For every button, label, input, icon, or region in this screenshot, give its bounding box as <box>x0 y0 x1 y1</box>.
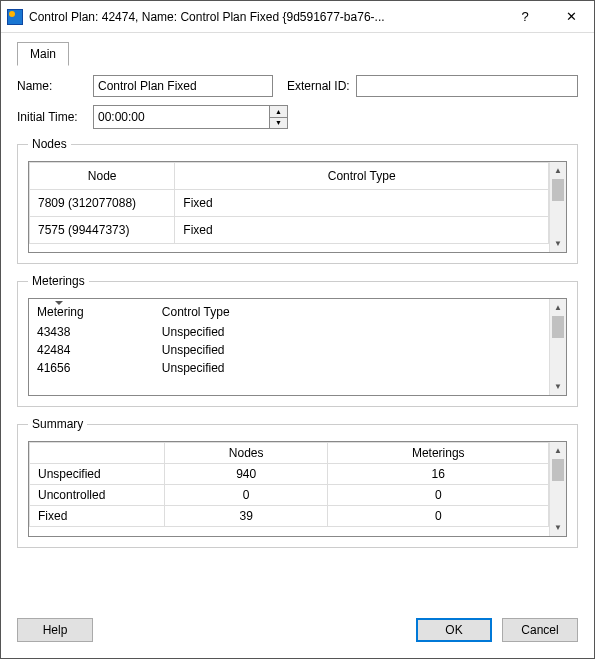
summary-nodes-cell: 39 <box>164 506 328 527</box>
summary-table[interactable]: Nodes Meterings Unspecified 940 16 Uncon… <box>29 442 549 527</box>
initial-time-value[interactable] <box>94 106 269 128</box>
table-row[interactable]: 41656 Unspecified <box>29 359 549 377</box>
metering-type-cell: Unspecified <box>154 323 549 341</box>
metering-id-cell: 43438 <box>29 323 154 341</box>
ok-button[interactable]: OK <box>416 618 492 642</box>
nodes-scrollbar[interactable]: ▲ ▼ <box>549 162 566 252</box>
summary-col-nodes[interactable]: Nodes <box>164 443 328 464</box>
help-button[interactable]: ? <box>502 1 548 33</box>
meterings-col-metering[interactable]: Metering <box>29 303 154 323</box>
table-row[interactable]: 7575 (99447373) Fixed <box>30 217 549 244</box>
summary-nodes-cell: 0 <box>164 485 328 506</box>
scroll-thumb[interactable] <box>552 316 564 338</box>
summary-nodes-cell: 940 <box>164 464 328 485</box>
table-row[interactable]: 42484 Unspecified <box>29 341 549 359</box>
time-spinner[interactable]: ▲ ▼ <box>269 106 287 128</box>
meterings-scrollbar[interactable]: ▲ ▼ <box>549 299 566 395</box>
cancel-button[interactable]: Cancel <box>502 618 578 642</box>
summary-legend: Summary <box>28 417 87 431</box>
metering-type-cell: Unspecified <box>154 341 549 359</box>
scroll-down-icon[interactable]: ▼ <box>550 519 566 536</box>
node-id-cell: 7575 (99447373) <box>30 217 175 244</box>
initial-time-input[interactable]: ▲ ▼ <box>93 105 288 129</box>
scroll-thumb[interactable] <box>552 179 564 201</box>
tab-main[interactable]: Main <box>17 42 69 66</box>
summary-label-cell: Fixed <box>30 506 165 527</box>
meterings-col-type[interactable]: Control Type <box>154 303 549 323</box>
scroll-thumb[interactable] <box>552 459 564 481</box>
table-row[interactable]: 43438 Unspecified <box>29 323 549 341</box>
scroll-down-icon[interactable]: ▼ <box>550 378 566 395</box>
spinner-down-icon[interactable]: ▼ <box>270 118 287 129</box>
summary-label-cell: Uncontrolled <box>30 485 165 506</box>
scroll-up-icon[interactable]: ▲ <box>550 442 566 459</box>
node-type-cell: Fixed <box>175 217 549 244</box>
name-label: Name: <box>17 79 87 93</box>
footer: Help OK Cancel <box>1 604 594 658</box>
close-button[interactable]: ✕ <box>548 1 594 33</box>
nodes-table[interactable]: Node Control Type 7809 (312077088) Fixed… <box>29 162 549 244</box>
name-input[interactable] <box>93 75 273 97</box>
table-header-row: Metering Control Type <box>29 303 549 323</box>
table-row[interactable]: Unspecified 940 16 <box>30 464 549 485</box>
table-header-row: Node Control Type <box>30 163 549 190</box>
table-row[interactable]: Uncontrolled 0 0 <box>30 485 549 506</box>
nodes-legend: Nodes <box>28 137 71 151</box>
table-row[interactable]: 7809 (312077088) Fixed <box>30 190 549 217</box>
initial-time-label: Initial Time: <box>17 110 87 124</box>
window-title: Control Plan: 42474, Name: Control Plan … <box>29 10 502 24</box>
table-row[interactable]: Fixed 39 0 <box>30 506 549 527</box>
scroll-down-icon[interactable]: ▼ <box>550 235 566 252</box>
scroll-up-icon[interactable]: ▲ <box>550 162 566 179</box>
meterings-table[interactable]: Metering Control Type 43438 Unspecified … <box>29 303 549 377</box>
meterings-group: Meterings Metering Control Type 43438 Un… <box>17 274 578 407</box>
spinner-up-icon[interactable]: ▲ <box>270 106 287 118</box>
external-id-input[interactable] <box>356 75 578 97</box>
metering-id-cell: 42484 <box>29 341 154 359</box>
metering-id-cell: 41656 <box>29 359 154 377</box>
help-button[interactable]: Help <box>17 618 93 642</box>
titlebar[interactable]: Control Plan: 42474, Name: Control Plan … <box>1 1 594 33</box>
summary-meterings-cell: 0 <box>328 506 549 527</box>
node-id-cell: 7809 (312077088) <box>30 190 175 217</box>
table-header-row: Nodes Meterings <box>30 443 549 464</box>
metering-type-cell: Unspecified <box>154 359 549 377</box>
nodes-col-node[interactable]: Node <box>30 163 175 190</box>
summary-group: Summary Nodes Meterings Unspecified 940 … <box>17 417 578 548</box>
summary-scrollbar[interactable]: ▲ ▼ <box>549 442 566 536</box>
tab-bar: Main <box>17 41 578 65</box>
summary-meterings-cell: 16 <box>328 464 549 485</box>
meterings-legend: Meterings <box>28 274 89 288</box>
node-type-cell: Fixed <box>175 190 549 217</box>
app-icon <box>7 9 23 25</box>
nodes-col-type[interactable]: Control Type <box>175 163 549 190</box>
summary-col-meterings[interactable]: Meterings <box>328 443 549 464</box>
summary-col-blank <box>30 443 165 464</box>
scroll-up-icon[interactable]: ▲ <box>550 299 566 316</box>
nodes-group: Nodes Node Control Type 7809 (312077088)… <box>17 137 578 264</box>
external-id-label: External ID: <box>287 79 350 93</box>
summary-meterings-cell: 0 <box>328 485 549 506</box>
summary-label-cell: Unspecified <box>30 464 165 485</box>
